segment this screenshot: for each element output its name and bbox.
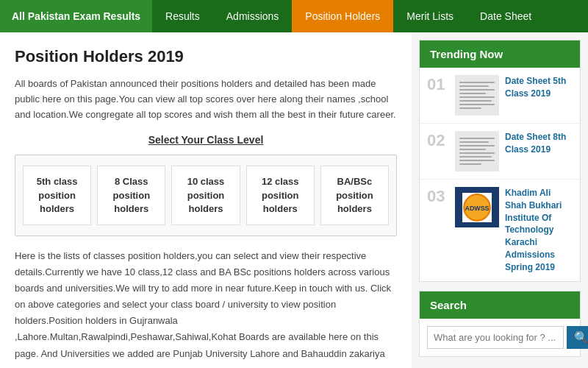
trending-title-1[interactable]: Date Sheet 5th Class 2019 <box>505 75 573 100</box>
page-title: Position Holders 2019 <box>15 47 397 66</box>
sidebar: Trending Now 01 Date Shee <box>412 32 588 368</box>
class-box-10th[interactable]: 10 class position holders <box>171 166 240 225</box>
select-level-label: Select Your Class Level <box>15 134 397 146</box>
class-boxes: 5th class position holders 8 Class posit… <box>23 166 389 225</box>
class-box-12th[interactable]: 12 class position holders <box>246 166 315 225</box>
search-header: Search <box>420 291 580 319</box>
trending-header: Trending Now <box>420 40 580 68</box>
class-box-5th[interactable]: 5th class position holders <box>23 166 91 225</box>
trending-title-3[interactable]: Khadim Ali Shah Bukhari Institute Of Tec… <box>505 187 573 274</box>
nav-brand: All Pakistan Exam Results <box>0 0 152 32</box>
search-input-row: 🔍 <box>420 319 580 356</box>
search-box: Search 🔍 <box>419 291 581 357</box>
page-description: All boards of Pakistan announced their p… <box>15 77 397 122</box>
trending-num-2: 02 <box>427 131 449 150</box>
nav-link-results[interactable]: Results <box>152 0 213 32</box>
body-text: Here is the lists of classes position ho… <box>15 248 397 362</box>
nav-link-admissions[interactable]: Admissions <box>213 0 293 32</box>
trending-item-2: 02 Date Sheet 8th Class 2019 <box>420 124 580 180</box>
class-boxes-container: 5th class position holders 8 Class posit… <box>15 155 397 236</box>
trending-title-2[interactable]: Date Sheet 8th Class 2019 <box>505 131 573 156</box>
trending-box: Trending Now 01 Date Shee <box>419 40 581 282</box>
navbar: All Pakistan Exam Results Results Admiss… <box>0 0 588 32</box>
trending-thumb-3: ADWSS <box>455 187 499 227</box>
nav-links: Results Admissions Position Holders Meri… <box>152 0 545 32</box>
trending-num-1: 01 <box>427 75 449 94</box>
content-area: Position Holders 2019 All boards of Paki… <box>0 32 412 368</box>
class-box-bsc[interactable]: BA/BSc position holders <box>320 166 389 225</box>
trending-item-3: 03 ADWSS Khadim Ali Shah Bukhari Institu… <box>420 180 580 281</box>
trending-item-1: 01 Date Sheet 5th Class 2019 <box>420 68 580 124</box>
trending-num-3: 03 <box>427 187 449 206</box>
nav-link-merit-lists[interactable]: Merit Lists <box>393 0 467 32</box>
trending-thumb-2 <box>455 131 499 171</box>
search-input[interactable] <box>427 326 564 349</box>
search-button[interactable]: 🔍 <box>567 326 588 349</box>
nav-link-position-holders[interactable]: Position Holders <box>292 0 393 32</box>
svg-text:ADWSS: ADWSS <box>465 205 489 212</box>
main-layout: Position Holders 2019 All boards of Paki… <box>0 32 588 368</box>
trending-thumb-1 <box>455 75 499 116</box>
class-box-8th[interactable]: 8 Class position holders <box>97 166 165 225</box>
nav-link-date-sheet[interactable]: Date Sheet <box>467 0 545 32</box>
